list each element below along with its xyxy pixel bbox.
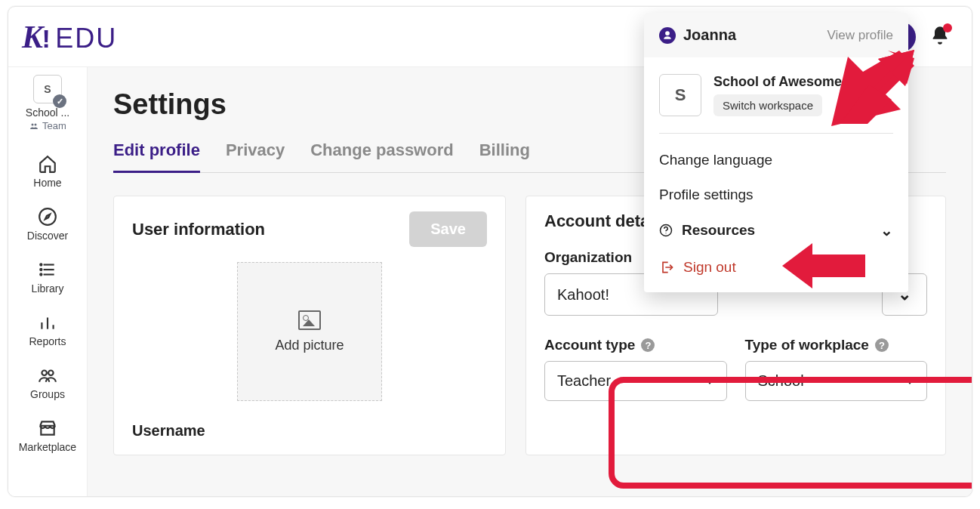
sign-out-label: Sign out: [683, 259, 736, 276]
profile-settings-label: Profile settings: [659, 187, 753, 203]
username-label: Username: [132, 422, 487, 440]
switch-workspace-button[interactable]: Switch workspace: [713, 94, 822, 116]
svg-point-1: [35, 123, 37, 125]
workspace-name: School ...: [26, 106, 69, 119]
sidebar-item-label: Reports: [29, 335, 66, 347]
separator: [659, 133, 893, 134]
sidebar-item-library[interactable]: Library: [8, 260, 87, 295]
compass-icon: [38, 207, 57, 227]
workspace-tile: S ✓: [33, 75, 62, 103]
profile-settings-item[interactable]: Profile settings: [659, 177, 893, 212]
tab-change-password[interactable]: Change password: [310, 140, 453, 172]
svg-marker-3: [45, 214, 51, 220]
logo-k: K: [22, 19, 44, 55]
workplace-select[interactable]: School: [745, 361, 928, 401]
card-title: User information: [132, 220, 265, 239]
brand-logo: K ! EDU: [22, 19, 117, 55]
sign-out-item[interactable]: Sign out: [659, 248, 893, 289]
sidebar-item-label: Groups: [30, 388, 65, 400]
logo-edu: EDU: [55, 23, 117, 54]
tab-privacy[interactable]: Privacy: [226, 140, 285, 172]
chevron-down-icon: ✓: [53, 94, 66, 108]
add-picture-label: Add picture: [275, 338, 344, 353]
sidebar-item-reports[interactable]: Reports: [8, 313, 87, 347]
profile-dropdown: Joanna View profile S School of Awesome …: [644, 13, 908, 292]
sidebar: S ✓ School ... Team Home Discover Librar: [8, 67, 88, 496]
question-icon: [659, 224, 673, 237]
team-icon: [29, 122, 39, 131]
account-type-value: Teacher: [557, 372, 611, 390]
sidebar-item-label: Home: [33, 177, 61, 189]
workspace-tile: S: [659, 74, 701, 116]
sidebar-item-label: Marketplace: [19, 441, 76, 453]
sidebar-item-marketplace[interactable]: Marketplace: [8, 418, 87, 453]
workplace-value: School: [758, 372, 804, 390]
sidebar-item-groups[interactable]: Groups: [8, 366, 87, 400]
sidebar-item-home[interactable]: Home: [8, 154, 87, 189]
help-icon[interactable]: ?: [641, 338, 655, 352]
sidebar-item-label: Library: [32, 282, 64, 295]
notification-dot: [943, 23, 952, 32]
sidebar-workspace[interactable]: S ✓ School ... Team: [26, 75, 69, 131]
sidebar-item-discover[interactable]: Discover: [8, 207, 87, 242]
organization-label: Organization: [544, 249, 632, 266]
account-type-select[interactable]: Teacher: [544, 361, 727, 401]
svg-point-14: [48, 371, 54, 376]
groups-icon: [38, 366, 57, 385]
notifications-button[interactable]: [929, 25, 951, 49]
organization-value: Kahoot!: [557, 286, 609, 304]
svg-point-7: [40, 264, 42, 265]
list-icon: [38, 260, 57, 279]
svg-point-8: [40, 269, 42, 270]
svg-point-16: [665, 233, 666, 233]
chevron-down-icon: ⌄: [880, 221, 893, 239]
user-information-card: User information Save Add picture Userna…: [113, 196, 506, 455]
team-indicator: Team: [29, 120, 66, 131]
svg-point-13: [42, 371, 47, 376]
view-profile-link[interactable]: View profile: [827, 28, 893, 43]
store-icon: [38, 418, 57, 438]
app-frame: K ! EDU Create S ✓ School ...: [8, 6, 972, 497]
change-language-label: Change language: [659, 152, 772, 168]
add-picture-box[interactable]: Add picture: [237, 262, 382, 401]
workplace-label: Type of workplace: [745, 337, 869, 353]
dropdown-username: Joanna: [683, 26, 736, 44]
image-icon: [298, 310, 321, 330]
change-language-item[interactable]: Change language: [659, 143, 893, 177]
home-icon: [38, 154, 57, 174]
help-icon[interactable]: ?: [875, 338, 889, 352]
tab-billing[interactable]: Billing: [479, 140, 530, 172]
user-icon: [659, 27, 676, 44]
svg-point-9: [40, 273, 42, 275]
save-button[interactable]: Save: [409, 211, 487, 247]
workspace-letter: S: [44, 83, 51, 95]
svg-point-2: [39, 208, 56, 225]
dropdown-workspace: S School of Awesome Switch workspace: [659, 68, 893, 128]
tab-edit-profile[interactable]: Edit profile: [113, 140, 200, 173]
resources-label: Resources: [682, 222, 755, 239]
bar-chart-icon: [38, 313, 57, 332]
workspace-name: School of Awesome: [713, 74, 842, 90]
account-type-label: Account type: [544, 337, 635, 353]
sign-out-icon: [659, 260, 674, 275]
logo-excl: !: [42, 24, 51, 54]
sidebar-item-label: Discover: [27, 230, 68, 242]
dropdown-header: Joanna View profile: [644, 13, 908, 57]
resources-item[interactable]: Resources ⌄: [659, 212, 893, 248]
team-label: Team: [42, 120, 66, 131]
caret-down-icon: [705, 378, 714, 384]
svg-point-0: [32, 123, 34, 125]
caret-down-icon: [905, 378, 914, 384]
